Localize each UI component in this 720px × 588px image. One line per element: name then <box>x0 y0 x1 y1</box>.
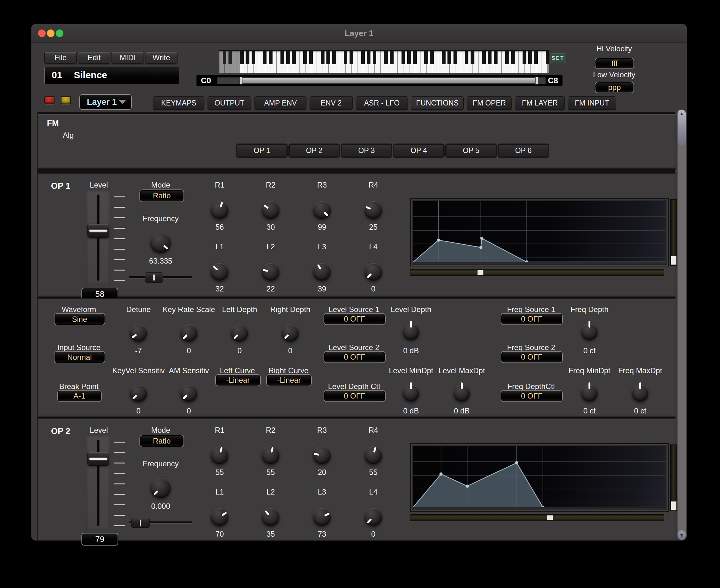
op1-fine-handle[interactable] <box>145 272 163 282</box>
op1-envelope-hscroll[interactable] <box>410 269 664 276</box>
freq-source-1-button[interactable]: 0 OFF <box>501 313 563 325</box>
freq-depth-knob[interactable] <box>581 323 598 340</box>
freq-source-2-button[interactable]: 0 OFF <box>501 351 563 363</box>
am-sensitiv-knob[interactable] <box>180 385 198 402</box>
op1-r4-knob[interactable] <box>365 201 382 219</box>
range-high-handle[interactable] <box>535 77 538 85</box>
key-rate-scale-knob[interactable] <box>180 324 198 341</box>
freq-depth-ctl-button[interactable]: 0 OFF <box>501 390 563 402</box>
op2-select-button[interactable]: OP 2 <box>289 145 339 157</box>
vertical-scrollbar[interactable]: ▲ ▼ <box>678 110 686 540</box>
op2-l3-knob[interactable] <box>313 508 331 526</box>
op1-mode-button[interactable]: Ratio <box>140 189 184 202</box>
tab-functions[interactable]: FUNCTIONS <box>411 96 464 110</box>
key-range-slider[interactable] <box>217 77 546 84</box>
op1-level-handle[interactable] <box>87 224 109 238</box>
op2-frequency-knob[interactable] <box>150 478 171 498</box>
op2-fine-handle[interactable] <box>131 518 149 528</box>
yellow-led-button[interactable] <box>61 96 71 104</box>
scrollbar-thumb[interactable]: ▲ <box>678 110 686 145</box>
op1-l4-label: L4 <box>369 243 378 251</box>
piano-keyboard[interactable] <box>219 50 549 73</box>
tab-output[interactable]: OUTPUT <box>208 96 251 110</box>
level-mindpt-knob[interactable] <box>403 385 419 401</box>
left-depth-knob[interactable] <box>231 324 248 341</box>
op1-l1-knob[interactable] <box>211 263 228 281</box>
op2-r4-knob[interactable] <box>365 446 382 464</box>
break-point-button[interactable]: A-1 <box>57 390 102 402</box>
op2-envelope-display[interactable] <box>413 446 665 507</box>
op1-envelope-display[interactable] <box>413 201 665 262</box>
op2-envelope-vslider-handle[interactable] <box>671 501 677 510</box>
op1-level-slider[interactable] <box>86 190 110 285</box>
key-range-selection[interactable] <box>240 78 537 83</box>
op2-r2-knob[interactable] <box>262 446 280 464</box>
edit-menu-button[interactable]: Edit <box>78 51 110 64</box>
tab-fm-oper[interactable]: FM OPER <box>467 96 512 110</box>
scroll-up-icon[interactable]: ▲ <box>679 111 684 145</box>
op1-r2-knob[interactable] <box>262 201 280 219</box>
op1-r1-knob[interactable] <box>211 201 228 219</box>
tab-amp-env[interactable]: AMP ENV <box>254 96 306 110</box>
op2-envelope-vslider[interactable] <box>670 444 677 511</box>
right-depth-knob[interactable] <box>282 324 299 341</box>
layer-selector-dropdown[interactable]: Layer 1 <box>79 94 132 110</box>
op6-select-button[interactable]: OP 6 <box>498 145 548 157</box>
input-source-button[interactable]: Normal <box>54 351 105 363</box>
op2-level-handle[interactable] <box>87 452 109 466</box>
midi-menu-button[interactable]: MIDI <box>111 51 144 64</box>
op1-r3-knob[interactable] <box>313 201 331 219</box>
op2-r3-knob[interactable] <box>313 446 331 464</box>
tab-asr-lfo[interactable]: ASR - LFO <box>356 96 408 110</box>
keyvel-sensitiv-knob[interactable] <box>130 385 147 402</box>
level-depth-ctl-button[interactable]: 0 OFF <box>324 390 386 402</box>
op5-select-button[interactable]: OP 5 <box>446 145 496 157</box>
op2-envelope-hscroll[interactable] <box>410 514 664 521</box>
tab-env-2[interactable]: ENV 2 <box>310 96 353 110</box>
op3-select-button[interactable]: OP 3 <box>342 145 391 157</box>
scroll-down-icon[interactable]: ▼ <box>678 530 686 540</box>
tab-fm-layer[interactable]: FM LAYER <box>515 96 565 110</box>
hi-velocity-button[interactable]: fff <box>595 58 634 69</box>
left-curve-button[interactable]: -Linear <box>215 374 261 386</box>
op1-envelope-vslider-handle[interactable] <box>671 256 677 265</box>
op1-envelope-vslider[interactable] <box>670 199 677 266</box>
op2-mode-button[interactable]: Ratio <box>140 435 184 447</box>
panel-zone: FM Alg OP 1 OP 2 OP 3 OP 4 OP 5 OP 6 OP … <box>37 112 675 540</box>
range-low-handle[interactable] <box>240 77 243 85</box>
op1-frequency-fine-slider[interactable] <box>129 272 192 282</box>
op1-l2-knob[interactable] <box>262 263 280 281</box>
freq-maxdpt-knob[interactable] <box>632 385 649 401</box>
level-source-1-button[interactable]: 0 OFF <box>324 313 386 325</box>
op1-frequency-knob[interactable] <box>150 233 171 253</box>
waveform-button[interactable]: Sine <box>54 313 105 326</box>
level-maxdpt-knob[interactable] <box>453 385 470 401</box>
op2-l4-knob[interactable] <box>365 508 382 526</box>
level-source-2-button[interactable]: 0 OFF <box>324 351 386 363</box>
op2-frequency-fine-slider[interactable] <box>129 518 192 527</box>
op1-l4-knob[interactable] <box>365 263 382 281</box>
low-velocity-button[interactable]: ppp <box>595 82 634 93</box>
write-menu-button[interactable]: Write <box>145 51 178 64</box>
freq-mindpt-knob[interactable] <box>581 385 598 401</box>
op2-r3-label: R3 <box>317 426 327 435</box>
op1-select-button[interactable]: OP 1 <box>237 145 287 157</box>
op2-envelope-hscroll-handle[interactable] <box>547 515 553 520</box>
set-range-button[interactable]: SET <box>550 54 566 63</box>
detune-knob[interactable] <box>130 324 147 341</box>
file-menu-button[interactable]: File <box>44 51 77 64</box>
op2-level-slider[interactable] <box>86 435 110 530</box>
red-led-button[interactable] <box>44 96 55 104</box>
op2-l2-knob[interactable] <box>262 508 280 526</box>
level-depth-knob[interactable] <box>403 323 419 340</box>
tab-fm-input[interactable]: FM INPUT <box>568 96 616 110</box>
tab-keymaps[interactable]: KEYMAPS <box>153 96 204 110</box>
op1-l2-value: 22 <box>267 285 275 293</box>
op2-l1-knob[interactable] <box>211 508 228 526</box>
op4-select-button[interactable]: OP 4 <box>394 145 444 157</box>
op1-envelope-hscroll-handle[interactable] <box>477 270 484 275</box>
patch-display[interactable]: 01 Silence <box>44 67 179 84</box>
op1-l3-knob[interactable] <box>313 263 331 281</box>
right-curve-button[interactable]: -Linear <box>266 374 312 386</box>
op2-r1-knob[interactable] <box>211 446 228 464</box>
